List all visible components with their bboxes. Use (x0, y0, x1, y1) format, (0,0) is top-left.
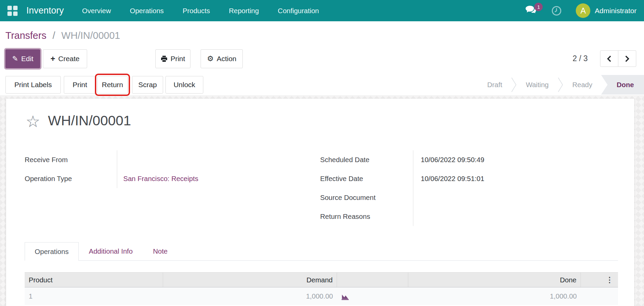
plus-icon: + (50, 54, 55, 63)
favorite-star-icon[interactable]: ☆ (26, 113, 40, 130)
field-group-left: Receive From Operation Type San Francisc… (25, 150, 295, 188)
form-sheet: ☆ WH/IN/00001 Receive From Operation Typ… (6, 99, 634, 306)
pager-indicator: 2 / 3 (563, 54, 597, 63)
action-button-label: Action (217, 55, 236, 63)
print-button[interactable]: Print (155, 49, 190, 68)
chevron-left-icon (607, 55, 612, 62)
action-button[interactable]: ⚙ Action (201, 49, 243, 68)
button-row: ✎ Edit + Create Print ⚙ Action 2 / 3 (0, 49, 644, 69)
table-header: Product Demand Done ⋮ (25, 272, 618, 287)
unlock-button[interactable]: Unlock (165, 76, 203, 94)
edit-button[interactable]: ✎ Edit (5, 49, 40, 68)
apps-menu-square (13, 6, 18, 10)
status-waiting[interactable]: Waiting (517, 75, 558, 95)
apps-menu-icon[interactable] (7, 6, 18, 16)
column-header-demand[interactable]: Demand (163, 273, 337, 287)
print-button-label: Print (171, 55, 185, 63)
label-effective-date: Effective Date (320, 175, 363, 183)
label-return-reasons: Return Reasons (320, 212, 370, 221)
tab-additional-info[interactable]: Additional Info (79, 242, 143, 260)
print-report-button[interactable]: Print (64, 76, 96, 94)
create-button-label: Create (58, 55, 79, 63)
breadcrumb-separator: / (52, 30, 55, 41)
kebab-dots-icon: ⋮ (606, 276, 613, 284)
messages-badge: 1 (534, 3, 543, 11)
table-row[interactable]: 1 1,000.00 1,000.00 (25, 287, 618, 305)
document-title: WH/IN/00001 (48, 113, 131, 129)
operations-table: Product Demand Done ⋮ 1 1,000.00 1,000.0… (25, 272, 618, 305)
tab-note[interactable]: Note (143, 242, 178, 260)
edit-button-label: Edit (21, 55, 33, 63)
forecast-graph-icon[interactable] (340, 291, 351, 301)
app-name[interactable]: Inventory (26, 5, 64, 16)
chevron-right-icon (625, 55, 629, 62)
workflow-row: Print Labels Print Return Scrap Unlock D… (0, 76, 644, 96)
top-navbar: Inventory Overview Operations Products R… (0, 0, 644, 21)
column-header-graph (337, 273, 408, 287)
pencil-icon: ✎ (12, 55, 18, 63)
menu-overview[interactable]: Overview (82, 7, 111, 15)
pager-next-button[interactable] (618, 50, 636, 67)
label-scheduled-date: Scheduled Date (320, 156, 369, 164)
label-operation-type: Operation Type (25, 175, 72, 183)
status-done[interactable]: Done (601, 75, 644, 95)
apps-menu-square (7, 11, 12, 16)
pager-previous-button[interactable] (600, 50, 618, 67)
breadcrumb: Transfers / WH/IN/00001 (5, 30, 120, 41)
column-header-done[interactable]: Done (408, 273, 581, 287)
user-menu[interactable]: A Administrator (576, 3, 637, 18)
scrap-button[interactable]: Scrap (132, 76, 163, 94)
optional-columns-toggle[interactable]: ⋮ (581, 276, 618, 284)
navbar-right: 1 A Administrator (525, 3, 637, 18)
label-receive-from: Receive From (25, 156, 68, 164)
return-button[interactable]: Return (97, 76, 128, 94)
menu-configuration[interactable]: Configuration (278, 7, 319, 15)
status-draft[interactable]: Draft (479, 75, 511, 95)
notebook-tabs: Operations Additional Info Note (25, 242, 618, 261)
value-effective-date: 10/06/2022 09:51:01 (421, 175, 484, 183)
printer-icon (161, 55, 168, 62)
value-operation-type-link[interactable]: San Francisco: Receipts (123, 175, 198, 183)
chevron-separator-icon (511, 75, 517, 95)
messages-button[interactable]: 1 (525, 5, 537, 16)
print-labels-button[interactable]: Print Labels (5, 76, 61, 94)
label-source-document: Source Document (320, 194, 376, 202)
menu-reporting[interactable]: Reporting (229, 7, 259, 15)
gear-icon: ⚙ (207, 54, 214, 63)
avatar: A (576, 3, 590, 18)
clock-icon (551, 6, 562, 16)
chevron-separator-icon (558, 75, 564, 95)
activities-button[interactable] (551, 6, 562, 16)
user-name: Administrator (595, 7, 637, 15)
cell-graph (337, 291, 408, 301)
main-menu: Overview Operations Products Reporting C… (82, 7, 319, 15)
tab-operations[interactable]: Operations (25, 242, 79, 261)
apps-menu-square (7, 6, 12, 10)
field-group-right: Scheduled Date Effective Date Source Doc… (320, 150, 611, 226)
status-ready[interactable]: Ready (564, 75, 601, 95)
breadcrumb-current: WH/IN/00001 (61, 30, 120, 41)
statusbar: Draft Waiting Ready Done (479, 75, 644, 95)
inventory-transfer-form-page: Inventory Overview Operations Products R… (0, 0, 644, 306)
column-header-product[interactable]: Product (25, 273, 163, 287)
create-button[interactable]: + Create (43, 49, 87, 68)
menu-operations[interactable]: Operations (130, 7, 164, 15)
menu-products[interactable]: Products (183, 7, 210, 15)
cell-demand[interactable]: 1,000.00 (163, 292, 337, 300)
cell-done[interactable]: 1,000.00 (408, 292, 581, 300)
breadcrumb-transfers-link[interactable]: Transfers (5, 30, 46, 41)
cell-product[interactable]: 1 (25, 292, 163, 300)
control-panel: Transfers / WH/IN/00001 ✎ Edit + Create … (0, 21, 644, 96)
value-scheduled-date: 10/06/2022 09:50:49 (421, 156, 484, 164)
apps-menu-square (13, 11, 18, 16)
